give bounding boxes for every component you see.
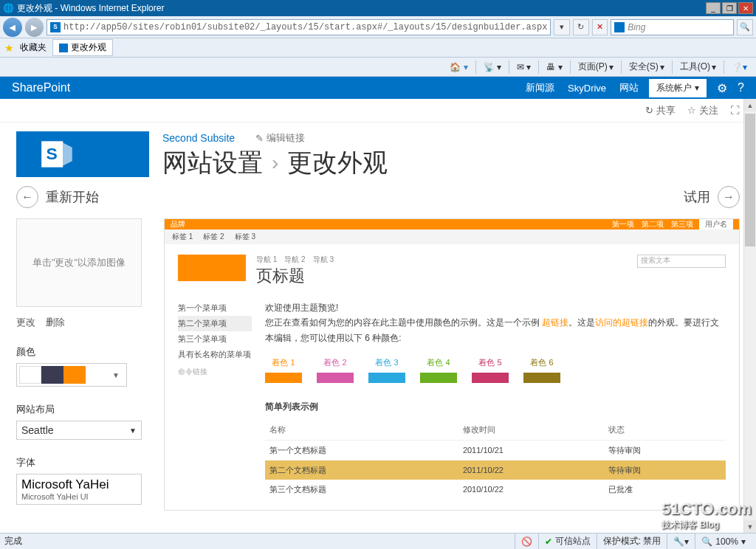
chevron-down-icon: ▼ — [129, 427, 137, 435]
table-row: 第二个文档标题2011/10/22等待审阅 — [265, 460, 726, 480]
table-row: 第三个文档标题2010/10/22已批准 — [265, 480, 726, 500]
forward-button[interactable]: ► — [25, 18, 44, 37]
status-zoom[interactable]: 🔍100% ▾ — [695, 534, 752, 549]
mail-button[interactable]: ✉ ▾ — [512, 61, 535, 74]
preview-swatch: 着色 3 — [368, 356, 405, 383]
site-logo-area: S — [16, 131, 149, 180]
url-field[interactable]: S http://app50/sites/robin01/subsite02/_… — [47, 19, 551, 35]
sharepoint-brand[interactable]: SharePoint — [12, 81, 70, 94]
sharepoint-ribbon: SharePoint 新闻源 SkyDrive 网站 系统帐户 ▾ ⚙ ? — [0, 77, 756, 99]
preview-swatch: 着色 1 — [265, 356, 302, 383]
share-icon: ↻ — [645, 105, 653, 116]
vertical-scrollbar[interactable]: ▲ ▼ — [743, 99, 756, 533]
refresh-button[interactable]: ↻ — [573, 19, 589, 35]
maximize-button[interactable]: ❐ — [722, 2, 737, 14]
help-icon[interactable]: ? — [738, 81, 744, 94]
scroll-down-icon[interactable]: ▼ — [744, 520, 756, 533]
status-trusted[interactable]: ✔可信站点 — [538, 534, 597, 549]
image-delete-link[interactable]: 删除 — [46, 316, 65, 329]
url-dropdown[interactable]: ▾ — [554, 19, 570, 35]
ie-status-bar: 完成 🚫 ✔可信站点 保护模式: 禁用 🔧▾ 🔍100% ▾ — [0, 533, 756, 549]
scroll-up-icon[interactable]: ▲ — [744, 99, 756, 111]
font-select[interactable]: Microsoft YaHei Microsoft YaHei UI — [16, 474, 142, 505]
preview-page-title: 页标题 — [256, 265, 334, 287]
site-logo[interactable]: S — [16, 131, 149, 177]
tryit-label[interactable]: 试用 — [684, 188, 710, 206]
feeds-button[interactable]: 📡 ▾ — [479, 61, 506, 74]
account-menu[interactable]: 系统帐户 ▾ — [649, 79, 707, 97]
print-button[interactable]: 🖶 ▾ — [542, 61, 566, 74]
favorites-star-icon[interactable]: ★ — [4, 42, 14, 54]
nav-skydrive[interactable]: SkyDrive — [568, 83, 606, 94]
status-done: 完成 — [4, 535, 22, 548]
ie-favorites-bar: ★ 收藏夹 更改外观 — [0, 38, 756, 58]
help-button[interactable]: ❔▾ — [727, 61, 752, 74]
restart-back-button[interactable]: ← — [16, 186, 38, 208]
page-actions: ↻共享 ☆关注 ⛶ — [0, 99, 756, 122]
search-button[interactable]: 🔍 — [737, 19, 753, 35]
preview-logo — [178, 255, 246, 281]
edit-links[interactable]: ✎编辑链接 — [255, 131, 305, 145]
color-label: 颜色 — [16, 345, 149, 359]
safety-menu[interactable]: 安全(S) ▾ — [625, 59, 669, 75]
preview-leftnav: 第一个菜单项 第二个菜单项 第三个菜单项 具有长名称的菜单项 命令链接 — [178, 300, 252, 500]
sharepoint-favicon-icon: S — [50, 22, 61, 32]
star-icon: ☆ — [687, 105, 696, 116]
table-row: 第一个文档标题2011/10/21等待审阅 — [265, 440, 726, 460]
pencil-icon: ✎ — [255, 133, 264, 144]
design-builder-main: 单击"更改"以添加图像 更改 删除 颜色 ▼ 网站布局 Seattle▼ 字体 … — [0, 218, 756, 511]
bing-icon — [614, 22, 625, 32]
search-box[interactable]: Bing — [611, 19, 734, 35]
layout-select[interactable]: Seattle▼ — [16, 421, 142, 440]
scrollbar-thumb[interactable] — [745, 114, 755, 246]
window-title: 更改外观 - Windows Internet Explorer — [17, 2, 164, 15]
preview-swatch: 着色 6 — [523, 356, 560, 383]
gear-icon[interactable]: ⚙ — [717, 81, 727, 95]
home-button[interactable]: 🏠 ▾ — [445, 61, 472, 74]
ie-command-bar: 🏠 ▾ 📡 ▾ ✉ ▾ 🖶 ▾ 页面(P) ▾ 安全(S) ▾ 工具(O) ▾ … — [0, 58, 756, 77]
color-palette-picker[interactable]: ▼ — [16, 363, 127, 387]
image-change-link[interactable]: 更改 — [16, 316, 35, 329]
nav-sites[interactable]: 网站 — [619, 81, 639, 94]
share-button[interactable]: ↻共享 — [645, 104, 676, 117]
minimize-button[interactable]: _ — [706, 2, 721, 14]
color-swatch-3 — [63, 366, 86, 384]
tools-menu[interactable]: 工具(O) ▾ — [676, 59, 721, 75]
page-menu[interactable]: 页面(P) ▾ — [574, 59, 618, 75]
status-popup[interactable]: 🚫 — [515, 534, 538, 549]
status-protected: 保护模式: 禁用 — [597, 534, 667, 549]
preview-breadcrumb: 导航 1导航 2导航 3 — [256, 255, 334, 265]
favorites-label[interactable]: 收藏夹 — [20, 41, 47, 54]
nav-newsfeed[interactable]: 新闻源 — [526, 81, 554, 94]
tryit-forward-button[interactable]: → — [718, 186, 740, 208]
preview-topbar: 品牌 第一项 第二项 第三项 用户名 — [165, 219, 739, 229]
chevron-down-icon: ▼ — [86, 371, 124, 379]
chevron-right-icon: › — [272, 151, 278, 175]
font-label: 字体 — [16, 456, 149, 469]
page-title: 网站设置 › 更改外观 — [162, 146, 743, 180]
status-compat[interactable]: 🔧▾ — [667, 534, 695, 549]
sharepoint-logo-icon: S — [38, 135, 77, 173]
preview-swatch: 着色 4 — [420, 356, 457, 383]
svg-text:S: S — [46, 144, 57, 163]
layout-label: 网站布局 — [16, 403, 149, 416]
stop-button[interactable]: ✕ — [592, 19, 608, 35]
browser-tab[interactable]: 更改外观 — [52, 39, 113, 56]
ie-address-bar: ◄ ► S http://app50/sites/robin01/subsite… — [0, 16, 756, 38]
ie-titlebar: 🌐 更改外观 - Windows Internet Explorer _ ❐ ✕ — [0, 0, 756, 16]
wizard-nav: ← 重新开始 试用 → — [0, 180, 756, 218]
preview-tabs: 标签 1 标签 2 标签 3 — [165, 229, 739, 244]
tab-favicon-icon — [59, 44, 68, 52]
follow-button[interactable]: ☆关注 — [687, 104, 718, 117]
ie-favicon: 🌐 — [3, 3, 14, 13]
fullscreen-button[interactable]: ⛶ — [730, 105, 740, 116]
theme-preview-pane: 品牌 第一项 第二项 第三项 用户名 标签 1 标签 2 标签 3 导航 1导航… — [164, 218, 740, 511]
close-button[interactable]: ✕ — [738, 2, 753, 14]
back-button[interactable]: ◄ — [3, 18, 22, 37]
design-options-panel: 单击"更改"以添加图像 更改 删除 颜色 ▼ 网站布局 Seattle▼ 字体 … — [16, 218, 149, 511]
restart-label[interactable]: 重新开始 — [46, 188, 99, 206]
color-swatch-1 — [19, 366, 41, 384]
preview-swatch: 着色 2 — [317, 356, 354, 383]
background-image-picker[interactable]: 单击"更改"以添加图像 — [16, 218, 142, 307]
breadcrumb-subsite[interactable]: Second Subsite — [162, 132, 235, 144]
